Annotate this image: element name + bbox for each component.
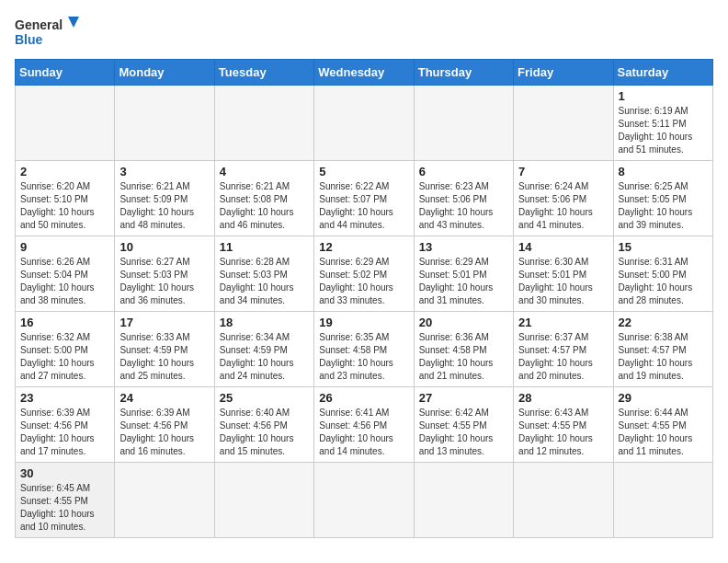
calendar-table: SundayMondayTuesdayWednesdayThursdayFrid… [15,59,713,538]
day-number: 10 [119,240,209,254]
day-of-week-header: Monday [115,60,214,86]
day-of-week-header: Tuesday [214,60,313,86]
calendar-day-cell: 17Sunrise: 6:33 AM Sunset: 4:59 PM Dayli… [115,312,214,387]
calendar-day-cell: 18Sunrise: 6:34 AM Sunset: 4:59 PM Dayli… [214,312,313,387]
day-of-week-header: Wednesday [314,60,414,86]
day-info: Sunrise: 6:23 AM Sunset: 5:06 PM Dayligh… [419,180,508,232]
calendar-day-cell: 7Sunrise: 6:24 AM Sunset: 5:06 PM Daylig… [514,161,613,236]
day-number: 1 [619,89,708,103]
day-number: 14 [518,240,608,254]
day-number: 18 [220,316,309,329]
calendar-week-row: 2Sunrise: 6:20 AM Sunset: 5:10 PM Daylig… [16,161,713,236]
calendar-day-cell: 20Sunrise: 6:36 AM Sunset: 4:58 PM Dayli… [414,312,513,387]
day-info: Sunrise: 6:33 AM Sunset: 4:59 PM Dayligh… [119,331,209,383]
calendar-day-cell: 4Sunrise: 6:21 AM Sunset: 5:08 PM Daylig… [214,161,313,236]
day-info: Sunrise: 6:35 AM Sunset: 4:58 PM Dayligh… [319,331,408,383]
day-info: Sunrise: 6:38 AM Sunset: 4:57 PM Dayligh… [619,331,708,383]
day-number: 19 [319,316,408,329]
day-of-week-header: Friday [514,60,613,86]
day-info: Sunrise: 6:31 AM Sunset: 5:00 PM Dayligh… [619,256,708,307]
calendar-day-cell: 21Sunrise: 6:37 AM Sunset: 4:57 PM Dayli… [514,312,613,387]
day-info: Sunrise: 6:29 AM Sunset: 5:01 PM Dayligh… [419,256,508,307]
calendar-day-cell: 9Sunrise: 6:26 AM Sunset: 5:04 PM Daylig… [16,236,115,312]
svg-marker-2 [68,17,79,28]
day-number: 17 [119,316,209,329]
day-of-week-header: Thursday [414,60,513,86]
day-of-week-header: Saturday [613,60,712,86]
calendar-day-cell: 30Sunrise: 6:45 AM Sunset: 4:55 PM Dayli… [16,463,115,538]
calendar-day-cell [514,86,613,161]
calendar-week-row: 16Sunrise: 6:32 AM Sunset: 5:00 PM Dayli… [16,312,713,387]
calendar-day-cell [16,86,115,161]
day-number: 12 [319,240,408,254]
calendar-day-cell: 3Sunrise: 6:21 AM Sunset: 5:09 PM Daylig… [115,161,214,236]
day-number: 28 [518,391,608,405]
svg-text:General: General [15,17,63,32]
day-number: 9 [20,240,109,254]
day-info: Sunrise: 6:45 AM Sunset: 4:55 PM Dayligh… [20,482,109,534]
calendar-day-cell: 1Sunrise: 6:19 AM Sunset: 5:11 PM Daylig… [613,86,712,161]
calendar-day-cell [414,86,513,161]
day-number: 2 [20,165,109,178]
calendar-day-cell: 2Sunrise: 6:20 AM Sunset: 5:10 PM Daylig… [16,161,115,236]
day-number: 22 [619,316,708,329]
day-info: Sunrise: 6:21 AM Sunset: 5:09 PM Dayligh… [119,180,209,232]
day-info: Sunrise: 6:21 AM Sunset: 5:08 PM Dayligh… [220,180,309,232]
calendar-day-cell: 8Sunrise: 6:25 AM Sunset: 5:05 PM Daylig… [613,161,712,236]
day-info: Sunrise: 6:24 AM Sunset: 5:06 PM Dayligh… [518,180,608,232]
calendar-week-row: 30Sunrise: 6:45 AM Sunset: 4:55 PM Dayli… [16,463,713,538]
calendar-day-cell [314,86,414,161]
calendar-day-cell: 14Sunrise: 6:30 AM Sunset: 5:01 PM Dayli… [514,236,613,312]
day-info: Sunrise: 6:28 AM Sunset: 5:03 PM Dayligh… [220,256,309,307]
calendar-header-row: SundayMondayTuesdayWednesdayThursdayFrid… [16,60,713,86]
calendar-day-cell: 5Sunrise: 6:22 AM Sunset: 5:07 PM Daylig… [314,161,414,236]
day-number: 21 [518,316,608,329]
day-info: Sunrise: 6:29 AM Sunset: 5:02 PM Dayligh… [319,256,408,307]
calendar-day-cell: 6Sunrise: 6:23 AM Sunset: 5:06 PM Daylig… [414,161,513,236]
calendar-day-cell: 19Sunrise: 6:35 AM Sunset: 4:58 PM Dayli… [314,312,414,387]
day-info: Sunrise: 6:42 AM Sunset: 4:55 PM Dayligh… [419,407,508,458]
day-info: Sunrise: 6:36 AM Sunset: 4:58 PM Dayligh… [419,331,508,383]
day-number: 4 [220,165,309,178]
day-number: 25 [220,391,309,405]
calendar-day-cell: 12Sunrise: 6:29 AM Sunset: 5:02 PM Dayli… [314,236,414,312]
day-info: Sunrise: 6:37 AM Sunset: 4:57 PM Dayligh… [518,331,608,383]
calendar-day-cell: 13Sunrise: 6:29 AM Sunset: 5:01 PM Dayli… [414,236,513,312]
day-info: Sunrise: 6:39 AM Sunset: 4:56 PM Dayligh… [20,407,109,458]
day-info: Sunrise: 6:30 AM Sunset: 5:01 PM Dayligh… [518,256,608,307]
page-header: GeneralBlue [15,15,713,48]
day-number: 23 [20,391,109,405]
day-number: 30 [20,466,109,480]
calendar-day-cell: 26Sunrise: 6:41 AM Sunset: 4:56 PM Dayli… [314,387,414,463]
day-info: Sunrise: 6:40 AM Sunset: 4:56 PM Dayligh… [220,407,309,458]
day-info: Sunrise: 6:22 AM Sunset: 5:07 PM Dayligh… [319,180,408,232]
calendar-day-cell [115,86,214,161]
calendar-day-cell [514,463,613,538]
day-number: 8 [619,165,708,178]
calendar-day-cell [214,463,313,538]
day-number: 29 [619,391,708,405]
day-number: 24 [119,391,209,405]
calendar-day-cell [414,463,513,538]
calendar-day-cell: 28Sunrise: 6:43 AM Sunset: 4:55 PM Dayli… [514,387,613,463]
calendar-day-cell: 16Sunrise: 6:32 AM Sunset: 5:00 PM Dayli… [16,312,115,387]
calendar-day-cell: 23Sunrise: 6:39 AM Sunset: 4:56 PM Dayli… [16,387,115,463]
calendar-day-cell: 29Sunrise: 6:44 AM Sunset: 4:55 PM Dayli… [613,387,712,463]
day-info: Sunrise: 6:26 AM Sunset: 5:04 PM Dayligh… [20,256,109,307]
day-number: 5 [319,165,408,178]
day-number: 13 [419,240,508,254]
logo-icon: GeneralBlue [15,15,79,48]
day-info: Sunrise: 6:27 AM Sunset: 5:03 PM Dayligh… [119,256,209,307]
day-info: Sunrise: 6:19 AM Sunset: 5:11 PM Dayligh… [619,105,708,156]
day-number: 15 [619,240,708,254]
calendar-day-cell: 25Sunrise: 6:40 AM Sunset: 4:56 PM Dayli… [214,387,313,463]
calendar-day-cell [115,463,214,538]
calendar-day-cell [613,463,712,538]
day-number: 6 [419,165,508,178]
day-number: 20 [419,316,508,329]
day-info: Sunrise: 6:20 AM Sunset: 5:10 PM Dayligh… [20,180,109,232]
calendar-week-row: 23Sunrise: 6:39 AM Sunset: 4:56 PM Dayli… [16,387,713,463]
calendar-day-cell: 22Sunrise: 6:38 AM Sunset: 4:57 PM Dayli… [613,312,712,387]
calendar-day-cell: 24Sunrise: 6:39 AM Sunset: 4:56 PM Dayli… [115,387,214,463]
calendar-day-cell: 11Sunrise: 6:28 AM Sunset: 5:03 PM Dayli… [214,236,313,312]
